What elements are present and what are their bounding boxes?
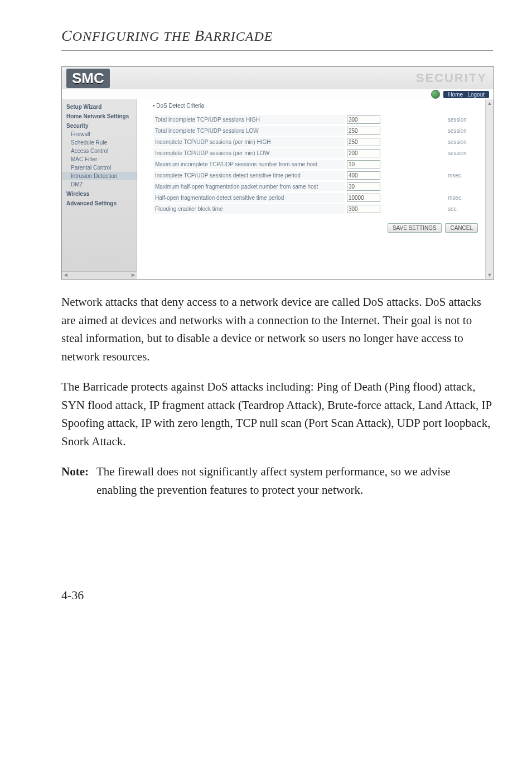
table-row: Total incomplete TCP/UDP sessions LOWses… xyxy=(153,126,483,136)
table-row: Incomplete TCP/UDP sessions detect sensi… xyxy=(153,171,483,180)
scroll-up-icon[interactable]: ▲ xyxy=(486,99,494,107)
sessions-permin-high-input[interactable] xyxy=(347,138,380,146)
router-screenshot: SMC SECURITY Home Logout Setup Wizard Ho… xyxy=(61,66,494,280)
flooding-block-time-input[interactable] xyxy=(347,205,380,213)
save-settings-button[interactable]: SAVE SETTINGS xyxy=(388,223,442,233)
main-panel: DoS Detect Criteria Total incomplete TCP… xyxy=(137,99,494,279)
table-row: Total incomplete TCP/UDP sessions HIGHse… xyxy=(153,115,483,124)
dos-criteria-table: Total incomplete TCP/UDP sessions HIGHse… xyxy=(153,113,483,215)
paragraph-1: Network attacks that deny access to a ne… xyxy=(61,293,493,365)
note-body: The firewall does not significantly affe… xyxy=(96,463,493,499)
sidebar-nav: Setup Wizard Home Network Settings Secur… xyxy=(62,99,137,271)
halfopen-time-input[interactable] xyxy=(347,194,380,202)
sidebar-horizontal-scrollbar[interactable]: ◄ ► xyxy=(62,271,137,279)
sidebar-item-setup-wizard[interactable]: Setup Wizard xyxy=(62,102,137,111)
sidebar-item-wireless[interactable]: Wireless xyxy=(62,189,137,198)
sidebar-item-advanced[interactable]: Advanced Settings xyxy=(62,198,137,208)
sidebar-item-firewall[interactable]: Firewall xyxy=(62,130,137,138)
sidebar-item-home-network[interactable]: Home Network Settings xyxy=(62,111,137,121)
table-row: Half-open fragmentation detect sensitive… xyxy=(153,193,483,203)
page-title: SECURITY xyxy=(416,71,489,85)
sidebar-item-access-control[interactable]: Access Control xyxy=(62,147,137,155)
table-row: Incomplete TCP/UDP sessions (per min) HI… xyxy=(153,137,483,147)
note-block: Note: The firewall does not significantl… xyxy=(61,463,493,499)
table-row: Flooding cracker block timesec. xyxy=(153,204,483,214)
top-utility-nav: Home Logout xyxy=(431,89,494,99)
max-same-host-input[interactable] xyxy=(347,160,380,169)
max-halfopen-input[interactable] xyxy=(347,182,380,191)
top-bar: SMC SECURITY xyxy=(62,67,494,89)
sessions-low-input[interactable] xyxy=(347,127,380,135)
sidebar-item-parental-control[interactable]: Parental Control xyxy=(62,163,137,172)
home-link[interactable]: Home Logout xyxy=(443,91,489,98)
page-number: 4-36 xyxy=(61,588,493,603)
sidebar-item-intrusion-detection[interactable]: Intrusion Detection xyxy=(62,172,137,180)
cancel-button[interactable]: CANCEL xyxy=(445,223,478,233)
table-row: Incomplete TCP/UDP sessions (per min) LO… xyxy=(153,148,483,158)
sidebar-item-schedule-rule[interactable]: Schedule Rule xyxy=(62,138,137,147)
sessions-permin-low-input[interactable] xyxy=(347,149,380,157)
globe-icon xyxy=(431,90,440,99)
paragraph-2: The Barricade protects against DoS attac… xyxy=(61,378,493,450)
sensitive-time-tcp-input[interactable] xyxy=(347,171,380,180)
note-label: Note: xyxy=(61,463,89,499)
table-row: Maximum half-open fragmentation packet n… xyxy=(153,182,483,191)
header-rule xyxy=(61,50,493,51)
running-header: CONFIGURING THE BARRICADE xyxy=(61,27,493,45)
table-row: Maximum incomplete TCP/UDP sessions numb… xyxy=(153,160,483,169)
sidebar-item-mac-filter[interactable]: MAC Filter xyxy=(62,155,137,163)
smc-logo: SMC xyxy=(66,69,110,88)
section-heading: DoS Detect Criteria xyxy=(153,103,483,109)
sessions-high-input[interactable] xyxy=(347,115,380,124)
scroll-down-icon[interactable]: ▼ xyxy=(486,271,494,279)
scroll-left-icon[interactable]: ◄ xyxy=(63,272,69,279)
sidebar-item-security[interactable]: Security xyxy=(62,121,137,130)
main-vertical-scrollbar[interactable]: ▲ ▼ xyxy=(485,99,494,279)
sidebar-item-dmz[interactable]: DMZ xyxy=(62,180,137,189)
scroll-right-icon[interactable]: ► xyxy=(130,272,136,279)
